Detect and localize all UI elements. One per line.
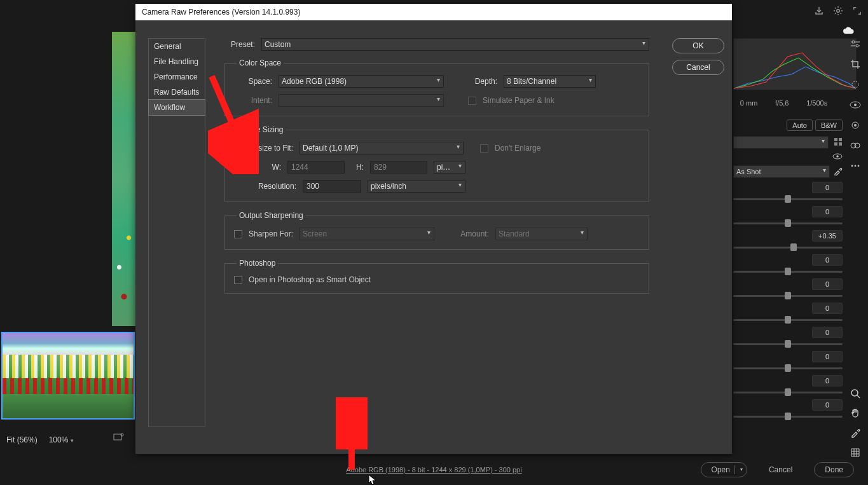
slider-track-7[interactable] bbox=[733, 362, 843, 371]
fullscreen-icon[interactable] bbox=[851, 5, 863, 17]
done-button[interactable]: Done bbox=[814, 462, 854, 477]
slider-thumb-2[interactable] bbox=[790, 243, 797, 251]
whitebalance-select[interactable]: As Shot bbox=[733, 165, 830, 178]
resolution-input[interactable] bbox=[303, 180, 361, 193]
svg-point-12 bbox=[858, 165, 860, 167]
ok-button[interactable]: OK bbox=[672, 38, 724, 53]
slider-track-6[interactable] bbox=[733, 338, 843, 347]
resize-label: Resize to Fit: bbox=[249, 144, 293, 153]
slider-thumb-1[interactable] bbox=[785, 219, 791, 227]
intent-select bbox=[279, 94, 444, 107]
resize-select[interactable]: Default (1,0 MP) bbox=[300, 142, 464, 154]
redeye-icon[interactable] bbox=[850, 120, 861, 131]
tab-raw-defaults[interactable]: Raw Defaults bbox=[149, 85, 205, 100]
bw-button[interactable]: B&W bbox=[815, 120, 843, 131]
size-unit-select[interactable]: pi… bbox=[434, 161, 465, 174]
smart-object-checkbox[interactable] bbox=[234, 276, 242, 284]
space-label: Space: bbox=[234, 77, 272, 86]
cancel-button-main[interactable]: Cancel bbox=[759, 463, 803, 477]
slider-thumb-4[interactable] bbox=[785, 292, 791, 299]
eyedropper-icon[interactable] bbox=[834, 167, 843, 177]
width-input[interactable] bbox=[287, 161, 345, 174]
tab-workflow[interactable]: Workflow bbox=[148, 99, 205, 116]
resolution-label: Resolution: bbox=[253, 182, 296, 191]
profile-select[interactable] bbox=[733, 136, 829, 149]
slider-track-4[interactable] bbox=[733, 290, 843, 299]
edit-icon[interactable] bbox=[850, 38, 861, 50]
crop-icon[interactable] bbox=[850, 58, 861, 70]
slider-row-5: 0 bbox=[733, 303, 843, 323]
filmstrip-thumbnail[interactable] bbox=[1, 332, 135, 420]
cancel-button[interactable]: Cancel bbox=[672, 60, 724, 75]
dialog-title: Camera Raw Preferences (Version 14.1.0.9… bbox=[135, 4, 732, 20]
import-icon[interactable] bbox=[813, 5, 825, 17]
slider-value-8[interactable]: 0 bbox=[812, 375, 843, 386]
more-icon[interactable] bbox=[850, 160, 861, 172]
slider-track-8[interactable] bbox=[733, 386, 843, 395]
slider-track-0[interactable] bbox=[733, 193, 843, 202]
slider-thumb-9[interactable] bbox=[785, 413, 791, 420]
panel-visibility-icon[interactable] bbox=[832, 153, 843, 161]
mask-eye-icon[interactable] bbox=[850, 99, 861, 111]
sampler-icon[interactable] bbox=[850, 428, 860, 440]
svg-point-5 bbox=[854, 104, 857, 106]
depth-select[interactable]: 8 Bits/Channel bbox=[504, 75, 596, 88]
zoom-percent[interactable]: 100%▾ bbox=[49, 435, 74, 444]
svg-point-10 bbox=[851, 165, 853, 167]
simulate-label: Simulate Paper & Ink bbox=[483, 96, 555, 105]
tab-performance[interactable]: Performance bbox=[149, 69, 205, 85]
height-label: H: bbox=[351, 163, 364, 172]
slider-thumb-6[interactable] bbox=[785, 340, 791, 348]
slider-track-2[interactable] bbox=[733, 242, 843, 250]
slider-track-1[interactable] bbox=[733, 217, 843, 226]
slider-value-1[interactable]: 0 bbox=[812, 206, 843, 217]
slider-track-3[interactable] bbox=[733, 266, 843, 275]
hand-icon[interactable] bbox=[850, 408, 860, 420]
dont-enlarge-checkbox bbox=[480, 144, 488, 153]
slider-thumb-8[interactable] bbox=[785, 388, 791, 396]
resize-checkbox[interactable] bbox=[234, 144, 242, 153]
slider-value-0[interactable]: 0 bbox=[812, 182, 843, 193]
preset-label: Preset: bbox=[224, 40, 255, 49]
svg-point-1 bbox=[852, 41, 855, 43]
slider-value-9[interactable]: 0 bbox=[812, 399, 843, 411]
slider-thumb-0[interactable] bbox=[785, 195, 791, 203]
slider-value-5[interactable]: 0 bbox=[812, 303, 843, 314]
slider-value-2[interactable]: +0.35 bbox=[812, 230, 843, 242]
tab-general[interactable]: General bbox=[149, 39, 205, 54]
auto-button[interactable]: Auto bbox=[787, 120, 813, 131]
width-label: W: bbox=[268, 163, 281, 172]
zoom-fit[interactable]: Fit (56%) bbox=[6, 435, 38, 444]
intent-label: Intent: bbox=[234, 96, 272, 105]
preset-select[interactable]: Custom bbox=[261, 38, 649, 51]
slider-thumb-7[interactable] bbox=[785, 364, 791, 372]
open-button[interactable]: Open▾ bbox=[701, 462, 747, 477]
svg-point-0 bbox=[837, 10, 840, 13]
heal-icon[interactable] bbox=[850, 79, 861, 90]
slider-track-5[interactable] bbox=[733, 314, 843, 323]
svg-rect-15 bbox=[839, 138, 842, 141]
filmstrip-pref-icon[interactable] bbox=[113, 432, 125, 443]
slider-track-9[interactable] bbox=[733, 411, 843, 420]
slider-value-4[interactable]: 0 bbox=[812, 278, 843, 290]
cloud-status-icon bbox=[843, 27, 854, 36]
space-select[interactable]: Adobe RGB (1998) bbox=[279, 75, 444, 88]
slider-value-3[interactable]: 0 bbox=[812, 254, 843, 266]
presets-icon[interactable] bbox=[850, 140, 861, 151]
profile-browser-icon[interactable] bbox=[834, 137, 843, 148]
tab-file-handling[interactable]: File Handling bbox=[149, 54, 205, 69]
gear-icon[interactable] bbox=[832, 5, 844, 17]
resolution-unit-select[interactable]: pixels/inch bbox=[368, 180, 465, 193]
slider-thumb-5[interactable] bbox=[785, 316, 791, 324]
zoom-icon[interactable] bbox=[850, 388, 860, 400]
svg-point-13 bbox=[851, 390, 858, 396]
meta-aperture: f/5,6 bbox=[775, 99, 789, 107]
height-input[interactable] bbox=[370, 161, 427, 174]
slider-value-6[interactable]: 0 bbox=[812, 327, 843, 338]
sharpen-checkbox[interactable] bbox=[234, 230, 242, 238]
depth-label: Depth: bbox=[468, 77, 497, 86]
meta-shutter: 1/500s bbox=[806, 99, 827, 107]
workflow-link[interactable]: Adobe RGB (1998) - 8 bit - 1244 x 829 (1… bbox=[346, 466, 521, 474]
slider-value-7[interactable]: 0 bbox=[812, 351, 843, 362]
slider-thumb-3[interactable] bbox=[785, 268, 791, 275]
